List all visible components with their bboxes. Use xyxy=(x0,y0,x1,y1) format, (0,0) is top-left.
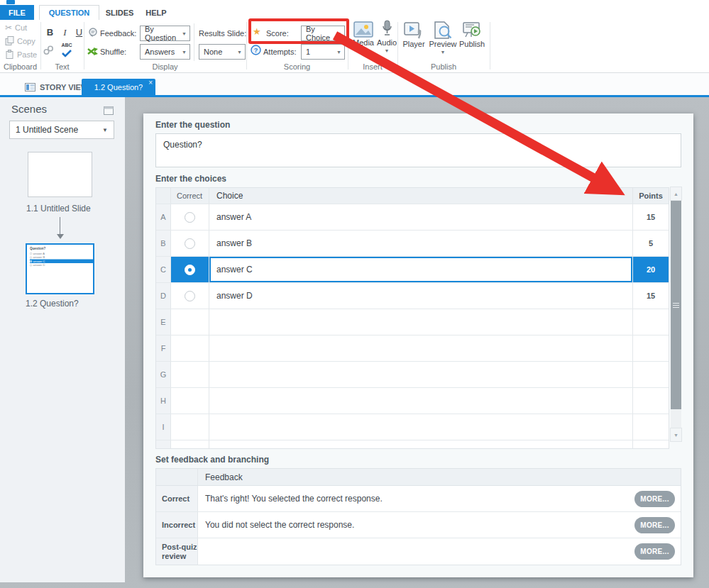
choice-row-f: F xyxy=(156,335,669,362)
chevron-down-icon: ▼ xyxy=(102,127,108,133)
ribbon-tab-question[interactable]: QUESTION xyxy=(39,5,99,20)
feedback-text[interactable]: You did not select the correct response. xyxy=(205,520,354,530)
paste-icon xyxy=(5,50,14,59)
points-cell[interactable] xyxy=(633,335,669,361)
more-button[interactable]: MORE... xyxy=(634,543,675,560)
chevron-down-icon: ▼ xyxy=(334,31,341,36)
question-input[interactable]: Question? xyxy=(155,133,681,167)
scrollbar-thumb[interactable] xyxy=(671,201,681,409)
link-button[interactable] xyxy=(43,45,54,58)
title-bar xyxy=(0,0,709,5)
choice-cell[interactable]: answer A xyxy=(209,204,633,230)
feedback-value: By Question xyxy=(145,25,179,42)
feedback-section-label: Set feedback and branching xyxy=(155,455,269,465)
feedback-text[interactable]: That's right! You selected the correct r… xyxy=(205,494,383,504)
display-group-label: Display xyxy=(84,62,246,71)
slide-thumbnail-2[interactable]: Question? answer A answer B answer C ans… xyxy=(26,243,94,294)
choice-cell[interactable] xyxy=(209,309,633,335)
attempts-input[interactable]: 1 ▼ xyxy=(301,44,345,60)
row-letter[interactable]: E xyxy=(156,309,171,335)
bold-button[interactable]: B xyxy=(44,26,56,39)
row-letter[interactable]: H xyxy=(156,388,171,414)
correct-radio-selected[interactable] xyxy=(185,265,195,275)
points-cell[interactable] xyxy=(633,388,669,414)
italic-button[interactable]: I xyxy=(59,26,71,39)
publish-button[interactable]: Publish xyxy=(457,21,487,48)
copy-button[interactable]: Copy xyxy=(5,36,35,45)
row-letter[interactable]: F xyxy=(156,335,171,361)
shuffle-label: Shuffle: xyxy=(100,48,126,56)
feedback-row-incorrect: Incorrect You did not select the correct… xyxy=(156,512,681,538)
results-slide-dropdown[interactable]: None ▼ xyxy=(199,44,246,60)
points-cell[interactable]: 15 xyxy=(633,283,669,309)
spellcheck-button[interactable]: ABC xyxy=(60,43,74,60)
text-group-label: Text xyxy=(40,62,84,71)
attempts-icon: ? xyxy=(251,45,261,58)
feedback-dropdown[interactable]: By Question ▼ xyxy=(140,26,190,41)
collapse-panel-icon[interactable] xyxy=(104,105,114,118)
scrollbar-grip xyxy=(673,303,679,309)
correct-radio[interactable] xyxy=(185,212,195,223)
media-button[interactable]: Media ▼ xyxy=(352,21,375,53)
points-cell[interactable]: 5 xyxy=(633,231,669,256)
chevron-down-icon: ▼ xyxy=(179,31,187,36)
more-button[interactable]: MORE... xyxy=(634,517,675,533)
choices-section-label: Enter the choices xyxy=(155,174,226,184)
player-button[interactable]: Player xyxy=(400,21,427,48)
publish-label: Publish xyxy=(459,40,485,48)
active-tab-label: 1.2 Question? xyxy=(94,83,143,91)
choice-cell[interactable] xyxy=(209,335,633,361)
ribbon-tab-help[interactable]: HELP xyxy=(140,5,172,20)
choice-cell[interactable] xyxy=(209,362,633,387)
row-letter[interactable]: B xyxy=(156,231,171,256)
choice-row-b: B answer B 5 xyxy=(156,231,669,257)
feedback-column-header: Feedback xyxy=(198,469,681,485)
link-icon xyxy=(43,45,54,55)
scissors-icon: ✂ xyxy=(5,23,12,33)
tab-question-slide[interactable]: 1.2 Question? × xyxy=(82,79,155,95)
close-icon[interactable]: × xyxy=(148,79,153,87)
choice-cell[interactable] xyxy=(209,414,633,440)
choice-row-g: G xyxy=(156,362,669,388)
paste-button[interactable]: Paste xyxy=(5,50,37,59)
row-letter[interactable]: A xyxy=(156,204,171,230)
choice-cell[interactable]: answer D xyxy=(209,283,633,309)
insert-group-label: Insert xyxy=(348,62,397,71)
ribbon-tab-slides[interactable]: SLIDES xyxy=(99,5,140,20)
media-icon xyxy=(353,21,373,38)
scene-selector-dropdown[interactable]: 1 Untitled Scene ▼ xyxy=(9,121,114,139)
choice-cell[interactable]: answer C xyxy=(209,257,633,282)
ribbon-tab-file[interactable]: FILE xyxy=(0,5,34,20)
choice-row-partial xyxy=(156,440,669,448)
preview-label: Preview xyxy=(429,40,456,48)
correct-radio[interactable] xyxy=(185,291,195,301)
audio-button[interactable]: Audio ▼ xyxy=(377,20,397,53)
choice-cell[interactable]: answer B xyxy=(209,231,633,256)
shuffle-dropdown[interactable]: Answers ▼ xyxy=(140,44,190,60)
more-button[interactable]: MORE... xyxy=(634,491,675,507)
chevron-down-icon: ▼ xyxy=(334,50,341,55)
cut-button[interactable]: ✂ Cut xyxy=(5,23,27,33)
points-cell[interactable] xyxy=(633,309,669,335)
row-letter[interactable]: G xyxy=(156,362,171,387)
scroll-up-button[interactable]: ▲ xyxy=(670,187,682,201)
scrollbar-track[interactable] xyxy=(671,409,681,428)
feedback-row-postquiz: Post-quiz review MORE... xyxy=(156,538,681,565)
app-icon xyxy=(6,0,15,4)
points-cell[interactable] xyxy=(633,362,669,387)
points-cell[interactable]: 20 xyxy=(633,257,669,282)
points-cell[interactable]: 15 xyxy=(633,204,669,230)
score-dropdown[interactable]: By Choice ▼ xyxy=(301,26,345,41)
choice-row-i: I xyxy=(156,414,669,440)
choice-row-h: H xyxy=(156,388,669,414)
row-letter[interactable]: I xyxy=(156,414,171,440)
correct-radio[interactable] xyxy=(185,238,195,249)
choice-cell[interactable] xyxy=(209,388,633,414)
preview-button[interactable]: Preview ▼ xyxy=(428,21,458,55)
table-scrollbar: ▲ ▼ xyxy=(670,187,682,443)
points-cell[interactable] xyxy=(633,414,669,440)
row-letter[interactable]: C xyxy=(156,257,171,282)
slide-thumbnail-1[interactable] xyxy=(28,152,92,197)
row-letter[interactable]: D xyxy=(156,283,171,309)
scroll-down-button[interactable]: ▼ xyxy=(670,428,682,442)
